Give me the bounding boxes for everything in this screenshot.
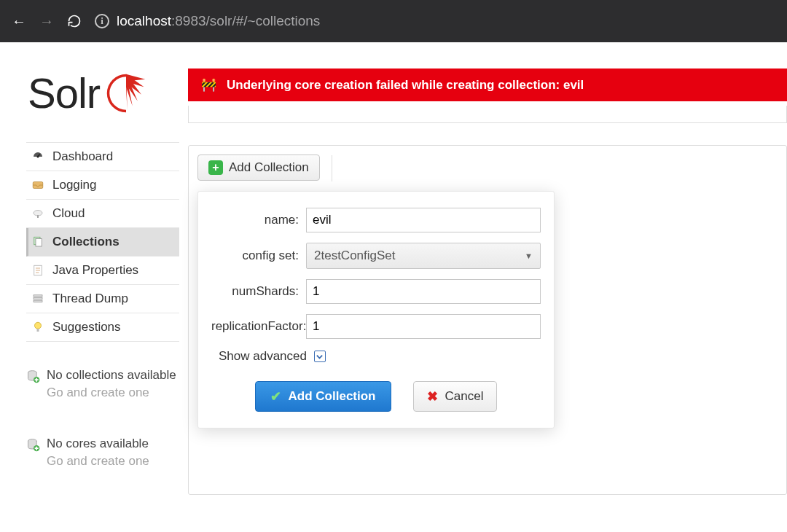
browser-chrome: ← → i localhost:8983/solr/#/~collections — [0, 0, 787, 42]
replicationfactor-input[interactable] — [306, 314, 541, 339]
label-name: name: — [211, 213, 306, 227]
cancel-button[interactable]: ✖ Cancel — [413, 381, 498, 412]
advanced-label: Show advanced — [219, 349, 307, 364]
documents-icon — [31, 235, 45, 249]
expand-icon — [314, 351, 326, 362]
numshards-input[interactable] — [306, 279, 541, 304]
show-advanced-toggle[interactable]: Show advanced — [219, 349, 541, 364]
plus-icon: + — [208, 160, 223, 175]
stack-icon — [31, 292, 45, 306]
button-label: Add Collection — [229, 160, 309, 175]
sub-banner — [188, 106, 787, 123]
name-input[interactable] — [306, 208, 541, 232]
submit-add-collection-button[interactable]: ✔ Add Collection — [255, 381, 391, 412]
label-configset: config set: — [211, 249, 306, 263]
button-label: Cancel — [445, 389, 484, 404]
sidebar-item-label: Java Properties — [52, 263, 138, 278]
svg-rect-15 — [37, 329, 39, 332]
sidebar-item-thread-dump[interactable]: Thread Dump — [26, 285, 179, 313]
label-numshards: numShards: — [211, 284, 306, 299]
svg-point-3 — [34, 211, 42, 216]
svg-rect-6 — [36, 239, 42, 247]
sidebar-item-java-properties[interactable]: Java Properties — [26, 257, 179, 285]
add-collection-form: name: config set: 2testConfigSet ▼ numSh… — [197, 191, 555, 429]
logo-text: Solr — [28, 69, 100, 117]
page-icon — [31, 263, 45, 278]
sidebar-item-cloud[interactable]: Cloud — [26, 200, 179, 228]
sidebar-item-logging[interactable]: Logging — [26, 171, 179, 200]
svg-rect-11 — [34, 295, 42, 297]
sidebar-item-label: Collections — [52, 235, 120, 249]
bulb-icon — [31, 320, 45, 335]
cloud-icon — [31, 206, 45, 221]
reload-button[interactable] — [67, 14, 82, 28]
chevron-down-icon: ▼ — [525, 251, 533, 260]
svg-rect-4 — [37, 215, 39, 218]
svg-rect-13 — [34, 300, 42, 302]
sidebar-item-dashboard[interactable]: Dashboard — [26, 143, 179, 171]
label-replicationfactor: replicationFactor: — [211, 319, 306, 334]
sun-icon — [106, 73, 146, 114]
site-info-icon[interactable]: i — [95, 14, 109, 28]
separator — [332, 155, 332, 181]
sidebar-item-label: Cloud — [52, 206, 85, 221]
configset-select[interactable]: 2testConfigSet ▼ — [306, 243, 541, 269]
no-cores-stub: No cores available Go and create one — [26, 435, 179, 469]
sidebar-item-label: Dashboard — [52, 149, 113, 164]
sidebar-item-label: Thread Dump — [52, 292, 128, 306]
solr-logo: Solr — [26, 69, 179, 117]
button-label: Add Collection — [289, 389, 376, 404]
sidebar-item-label: Suggestions — [52, 320, 121, 335]
stub-title: No collections available — [47, 367, 176, 384]
database-add-icon — [26, 438, 41, 453]
sidebar-item-suggestions[interactable]: Suggestions — [26, 313, 179, 342]
svg-rect-12 — [34, 298, 42, 300]
forward-button[interactable]: → — [39, 13, 54, 30]
barrier-icon: 🚧 — [201, 77, 216, 93]
add-collection-button[interactable]: + Add Collection — [197, 154, 320, 181]
stub-subtitle: Go and create one — [47, 454, 149, 469]
error-banner: 🚧 Underlying core creation failed while … — [188, 69, 787, 101]
error-text: Underlying core creation failed while cr… — [227, 78, 584, 93]
sidebar-nav: Dashboard Logging Cloud Collections Java… — [26, 142, 179, 342]
close-icon: ✖ — [427, 388, 438, 404]
url-text: localhost:8983/solr/#/~collections — [117, 13, 320, 29]
check-icon: ✔ — [270, 388, 281, 404]
stub-title: No cores available — [47, 435, 149, 453]
content-panel: + Add Collection name: config set: 2test… — [188, 145, 787, 495]
stub-subtitle: Go and create one — [47, 386, 176, 400]
address-bar[interactable]: i localhost:8983/solr/#/~collections — [95, 13, 775, 29]
back-button[interactable]: ← — [12, 13, 26, 30]
select-value: 2testConfigSet — [314, 249, 396, 263]
sidebar-item-label: Logging — [52, 178, 97, 192]
svg-point-14 — [35, 322, 42, 329]
sidebar-item-collections[interactable]: Collections — [26, 228, 179, 257]
database-add-icon — [26, 369, 41, 384]
no-collections-stub: No collections available Go and create o… — [26, 367, 179, 400]
inbox-icon — [31, 178, 45, 192]
gauge-icon — [31, 149, 45, 164]
